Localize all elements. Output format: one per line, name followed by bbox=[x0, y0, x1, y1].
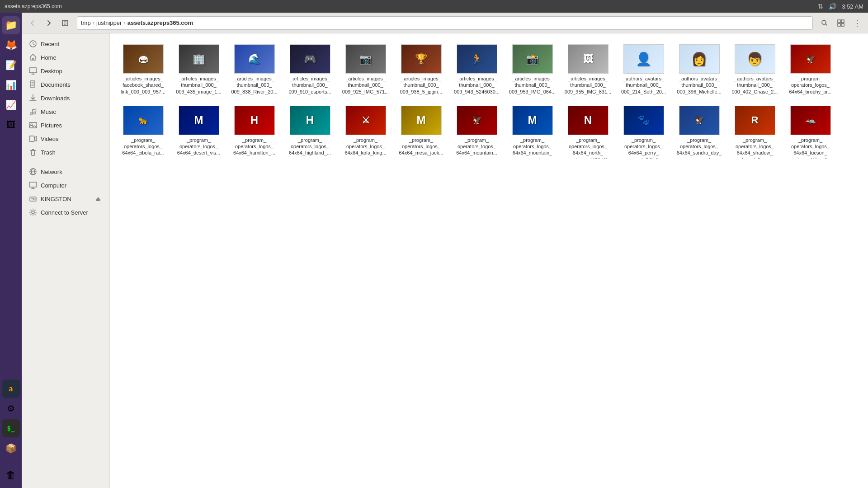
file-thumbnail: 🦡 bbox=[790, 106, 831, 135]
sidebar-item-music[interactable]: Music bbox=[24, 105, 108, 118]
back-button[interactable] bbox=[25, 16, 40, 30]
toolbar-right: ⋮ bbox=[817, 16, 864, 30]
svg-rect-7 bbox=[29, 68, 37, 73]
dock-files[interactable]: 📁 bbox=[2, 16, 20, 34]
sidebar-item-desktop[interactable]: Desktop bbox=[24, 65, 108, 77]
file-item[interactable]: ⚔ _program_operators_logos_64x64_kofa_ki… bbox=[340, 102, 392, 162]
sidebar-item-kingston[interactable]: KINGSTON bbox=[24, 192, 108, 205]
file-thumbnail: 🐾 bbox=[623, 106, 664, 135]
sidebar-item-home[interactable]: Home bbox=[24, 51, 108, 64]
forward-button[interactable] bbox=[42, 16, 56, 30]
sidebar-label-desktop: Desktop bbox=[41, 68, 62, 75]
file-item[interactable]: 🐾 _program_operators_logos_64x64_perry_p… bbox=[618, 102, 670, 162]
breadcrumb-sep-1: › bbox=[93, 19, 94, 26]
file-name: _program_operators_logos_64x64_sandra_da… bbox=[677, 137, 722, 159]
dock-amazon[interactable]: a bbox=[2, 380, 20, 398]
file-thumbnail: 🏢 bbox=[179, 44, 219, 74]
file-item[interactable]: N _program_operators_logos_64x64_north_m… bbox=[562, 102, 614, 162]
titlebar-title: assets.azpreps365.com bbox=[5, 3, 62, 9]
file-item[interactable]: 👤 _authors_avatars_thumbnail_000_000_214… bbox=[618, 41, 670, 99]
dock-terminal[interactable]: $_ bbox=[2, 419, 20, 437]
sidebar-label-home: Home bbox=[41, 54, 57, 61]
dock-spreadsheet[interactable]: 📊 bbox=[2, 76, 20, 94]
file-thumbnail: 🏃 bbox=[457, 44, 497, 74]
file-thumbnail: H bbox=[234, 106, 275, 135]
file-item[interactable]: 🏆 _articles_images_thumbnail_000_009_938… bbox=[395, 41, 447, 99]
file-name: _program_operators_logos_64x64_north_mus… bbox=[566, 137, 610, 159]
file-item[interactable]: 🌊 _articles_images_thumbnail_000_009_838… bbox=[228, 41, 280, 99]
file-name: _articles_images_thumbnail_000_009_955_I… bbox=[565, 75, 611, 95]
dock-image-viewer[interactable]: 🖼 bbox=[2, 116, 20, 134]
file-thumbnail: ⚔ bbox=[345, 106, 386, 135]
dock-presentations[interactable]: 📈 bbox=[2, 96, 20, 114]
file-item[interactable]: R _program_operators_logos_64x64_shadow_… bbox=[729, 102, 781, 162]
svg-point-9 bbox=[30, 113, 33, 115]
file-item[interactable]: M _program_operators_logos_64x64_mesa_ja… bbox=[395, 102, 447, 162]
breadcrumb-tmp[interactable]: tmp bbox=[81, 19, 91, 26]
dock-settings[interactable]: ⚙ bbox=[2, 399, 20, 418]
content-area: Recent Home Desktop Documents bbox=[22, 33, 868, 488]
sidebar-item-recent[interactable]: Recent bbox=[24, 38, 108, 50]
file-item[interactable]: 👦 _authors_avatars_thumbnail_000_000_402… bbox=[729, 41, 781, 99]
file-item[interactable]: 🦅 _program_operators_logos_64x64_sandra_… bbox=[673, 102, 725, 162]
file-item[interactable]: 📸 _articles_images_thumbnail_000_009_953… bbox=[506, 41, 558, 99]
svg-rect-5 bbox=[841, 23, 844, 26]
search-button[interactable] bbox=[817, 16, 832, 30]
sidebar-item-videos[interactable]: Videos bbox=[24, 132, 108, 145]
more-options-button[interactable]: ⋮ bbox=[850, 16, 864, 30]
file-thumbnail: 🦅 bbox=[457, 106, 497, 135]
file-item[interactable]: 🖼 _articles_images_thumbnail_000_009_955… bbox=[562, 41, 614, 99]
file-name: _authors_avatars_thumbnail_000_000_402_C… bbox=[731, 75, 778, 95]
dock-install[interactable]: 📦 bbox=[2, 439, 20, 457]
file-item[interactable]: M _program_operators_logos_64x64_mountai… bbox=[506, 102, 558, 162]
file-item[interactable]: 👩 _authors_avatars_thumbnail_000_000_396… bbox=[673, 41, 725, 99]
file-item[interactable]: 🐆 _program_operators_logos_64x64_cibola_… bbox=[117, 102, 169, 162]
file-item[interactable]: 🏃 _articles_images_thumbnail_000_009_943… bbox=[451, 41, 503, 99]
dock-browser[interactable]: 🦊 bbox=[2, 36, 20, 54]
file-item[interactable]: 🦅 _program_operators_logos_64x64_mountai… bbox=[451, 102, 503, 162]
sidebar-label-connect: Connect to Server bbox=[41, 209, 88, 216]
file-item[interactable]: 🏢 _articles_images_thumbnail_000_009_435… bbox=[173, 41, 225, 99]
sidebar-item-network[interactable]: Network bbox=[24, 165, 108, 178]
file-item[interactable]: H _program_operators_logos_64x64_hamilto… bbox=[228, 102, 280, 162]
file-item[interactable]: 📷 _articles_images_thumbnail_000_009_925… bbox=[340, 41, 392, 99]
sidebar-label-computer: Computer bbox=[41, 182, 66, 189]
sidebar-item-documents[interactable]: Documents bbox=[24, 78, 108, 91]
svg-rect-2 bbox=[838, 20, 840, 23]
file-name: _program_operators_logos_64x64_shadow_ri… bbox=[734, 137, 775, 159]
dock-text-editor[interactable]: 📝 bbox=[2, 56, 20, 74]
file-item[interactable]: 🎮 _articles_images_thumbnail_000_009_910… bbox=[284, 41, 336, 99]
sidebar: Recent Home Desktop Documents bbox=[22, 33, 110, 488]
file-item[interactable]: 🏟 _articles_images_facebook_shared_link_… bbox=[117, 41, 169, 99]
sidebar-item-pictures[interactable]: Pictures bbox=[24, 119, 108, 131]
view-toggle-button[interactable] bbox=[834, 16, 848, 30]
breadcrumb-justnipper[interactable]: justnipper bbox=[96, 19, 122, 26]
file-name: _articles_images_thumbnail_000_009_925_I… bbox=[342, 75, 389, 95]
sidebar-item-computer[interactable]: Computer bbox=[24, 179, 108, 192]
file-item[interactable]: 🦅 _program_operators_logos_64x64_brophy_… bbox=[784, 41, 836, 99]
toolbar: tmp › justnipper › assets.azpreps365.com… bbox=[22, 13, 868, 33]
file-name: _program_operators_logos_64x64_mountain_… bbox=[512, 137, 553, 159]
sidebar-label-videos: Videos bbox=[41, 136, 59, 142]
file-item[interactable]: 🦡 _program_operators_logos_64x64_tucson_… bbox=[784, 102, 836, 162]
sidebar-item-connect-to-server[interactable]: Connect to Server bbox=[24, 206, 108, 219]
sidebar-label-network: Network bbox=[41, 169, 62, 175]
file-name: _program_operators_logos_64x64_mountain.… bbox=[456, 137, 497, 156]
sidebar-item-downloads[interactable]: Downloads bbox=[24, 92, 108, 104]
file-name: _authors_avatars_thumbnail_000_000_396_M… bbox=[677, 75, 721, 95]
titlebar-right: ⇅ 🔊 3:52 AM bbox=[818, 3, 863, 10]
sidebar-item-trash[interactable]: Trash bbox=[24, 146, 108, 159]
file-thumbnail: 👤 bbox=[623, 44, 664, 74]
new-tab-button[interactable] bbox=[58, 16, 72, 30]
file-thumbnail: 🐆 bbox=[123, 106, 164, 135]
file-name: _articles_images_thumbnail_000_009_435_i… bbox=[176, 75, 221, 95]
file-thumbnail: 🖼 bbox=[568, 44, 609, 74]
file-thumbnail: 🎮 bbox=[290, 44, 330, 74]
file-item[interactable]: M _program_operators_logos_64x64_desert_… bbox=[173, 102, 225, 162]
svg-rect-4 bbox=[838, 23, 840, 26]
eject-kingston-button[interactable] bbox=[94, 195, 102, 203]
file-thumbnail: 🏆 bbox=[401, 44, 442, 74]
breadcrumb-current[interactable]: assets.azpreps365.com bbox=[127, 19, 193, 26]
file-item[interactable]: H _program_operators_logos_64x64_highlan… bbox=[284, 102, 336, 162]
dock-trash[interactable]: 🗑 bbox=[2, 466, 20, 484]
